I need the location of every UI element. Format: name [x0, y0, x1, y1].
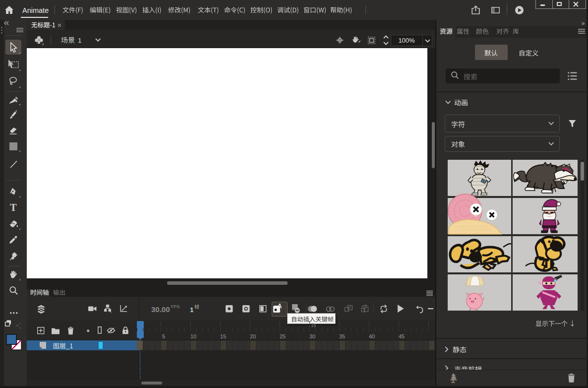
svg-text:15: 15 [220, 333, 226, 339]
svg-text:45: 45 [399, 333, 405, 339]
svg-text:20: 20 [250, 333, 256, 339]
svg-text:25: 25 [280, 333, 286, 339]
svg-text:30.00: 30.00 [151, 305, 170, 314]
svg-text:FPS: FPS [171, 304, 180, 309]
svg-text:1s: 1s [311, 323, 316, 328]
svg-text:30: 30 [309, 333, 315, 339]
svg-text:»: » [582, 20, 585, 27]
svg-text:1: 1 [190, 306, 194, 314]
svg-text:A: A [278, 303, 282, 310]
svg-text:10: 10 [190, 333, 196, 339]
svg-text:5: 5 [162, 333, 165, 339]
svg-text:35: 35 [339, 333, 345, 339]
svg-text:1: 1 [78, 37, 82, 44]
svg-text:40: 40 [369, 333, 375, 339]
svg-text:T: T [10, 202, 17, 213]
svg-text:100%: 100% [398, 37, 415, 44]
svg-text:Animate: Animate [22, 6, 49, 14]
